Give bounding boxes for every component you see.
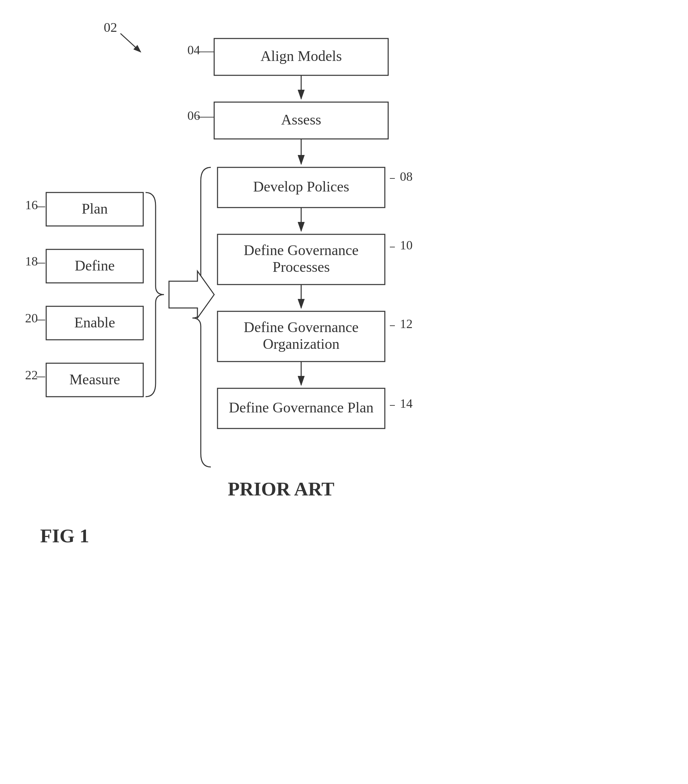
svg-line-0 [120,33,140,52]
svg-text:Align Models: Align Models [260,48,342,64]
ref-02: 02 [104,20,117,35]
svg-text:Define Governance: Define Governance [244,319,359,336]
svg-text:FIG 1: FIG 1 [40,525,89,547]
svg-text:10: 10 [400,238,413,252]
svg-text:04: 04 [188,43,200,57]
diagram-container: 02 04 Align Models 06 Assess [0,0,688,784]
svg-text:Processes: Processes [272,259,329,275]
svg-text:22: 22 [25,368,38,382]
svg-text:16: 16 [25,198,38,212]
svg-text:PRIOR ART: PRIOR ART [228,478,335,500]
svg-text:Define: Define [75,257,115,274]
svg-text:Enable: Enable [74,315,115,331]
svg-text:Assess: Assess [281,112,321,128]
svg-text:Define Governance: Define Governance [244,242,359,259]
svg-text:20: 20 [25,311,38,325]
svg-marker-50 [169,271,214,318]
svg-text:12: 12 [400,317,413,331]
svg-text:14: 14 [400,396,413,410]
svg-text:08: 08 [400,170,413,183]
svg-text:Organization: Organization [263,336,340,352]
main-svg: 02 04 Align Models 06 Assess [0,0,688,784]
svg-text:06: 06 [188,109,200,122]
svg-text:Measure: Measure [69,371,120,388]
svg-text:18: 18 [25,254,38,268]
svg-text:Define Governance Plan: Define Governance Plan [229,399,374,416]
svg-text:Plan: Plan [82,201,108,217]
svg-text:Develop Polices: Develop Polices [253,178,349,195]
